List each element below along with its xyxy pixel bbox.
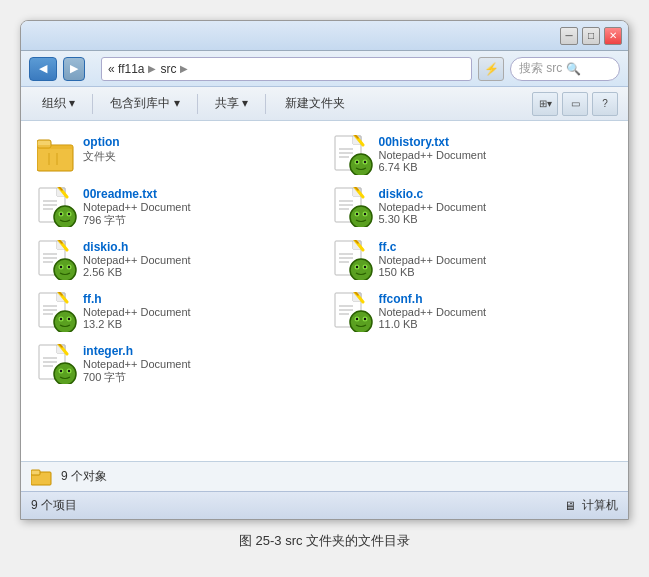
forward-button[interactable]: ▶ <box>63 57 85 81</box>
file-item[interactable]: ff.c Notepad++ Document 150 KB <box>327 236 619 284</box>
file-item[interactable]: 00readme.txt Notepad++ Document 796 字节 <box>31 183 323 232</box>
explorer-window: ─ □ ✕ ◀ ▶ « ff11a ▶ src ▶ ⚡ 搜索 src 🔍 组织 … <box>20 20 629 520</box>
help-button[interactable]: ? <box>592 92 618 116</box>
toolbar-separator-1 <box>92 94 93 114</box>
caption-text: 图 25-3 src 文件夹的文件目录 <box>239 533 410 548</box>
file-type: Notepad++ Document <box>379 201 613 213</box>
file-item[interactable]: option 文件夹 <box>31 131 323 179</box>
item-count-text: 9 个项目 <box>31 497 77 514</box>
toolbar-right: ⊞▾ ▭ ? <box>532 92 618 116</box>
toolbar-separator-2 <box>197 94 198 114</box>
file-size: 6.74 KB <box>379 161 613 173</box>
object-count-bar: 9 个对象 <box>21 461 628 491</box>
svg-point-62 <box>350 259 372 280</box>
back-button[interactable]: ◀ <box>29 57 57 81</box>
file-area: option 文件夹 <box>21 121 628 461</box>
address-bar: ◀ ▶ « ff11a ▶ src ▶ ⚡ 搜索 src 🔍 <box>21 51 628 87</box>
svg-point-14 <box>363 161 365 163</box>
share-button[interactable]: 共享 ▾ <box>204 91 259 117</box>
preview-pane-button[interactable]: ▭ <box>562 92 588 116</box>
file-item[interactable]: ff.h Notepad++ Document 13.2 KB <box>31 288 323 336</box>
file-size: 796 字节 <box>83 213 317 228</box>
svg-point-10 <box>350 154 372 175</box>
view-options-button[interactable]: ⊞▾ <box>532 92 558 116</box>
file-size: 13.2 KB <box>83 318 317 330</box>
close-button[interactable]: ✕ <box>604 27 622 45</box>
file-size: 5.30 KB <box>379 213 613 225</box>
refresh-icon: ⚡ <box>484 62 499 76</box>
npp-document-icon <box>37 292 77 332</box>
path-part-2: src <box>160 62 176 76</box>
file-size: 150 KB <box>379 266 613 278</box>
svg-point-23 <box>54 206 76 227</box>
share-label: 共享 ▾ <box>215 95 248 112</box>
address-path[interactable]: « ff11a ▶ src ▶ <box>101 57 472 81</box>
search-box[interactable]: 搜索 src 🔍 <box>510 57 620 81</box>
file-item[interactable]: integer.h Notepad++ Document 700 字节 <box>31 340 323 389</box>
file-info: integer.h Notepad++ Document 700 字节 <box>83 344 317 385</box>
path-part-1: « ff11a <box>108 62 144 76</box>
npp-document-icon <box>333 240 373 280</box>
view-options-icon: ⊞▾ <box>539 98 552 109</box>
organize-label: 组织 ▾ <box>42 95 75 112</box>
new-folder-button[interactable]: 新建文件夹 <box>272 91 358 117</box>
search-placeholder-text: 搜索 src <box>519 60 562 77</box>
search-icon: 🔍 <box>566 62 581 76</box>
refresh-button[interactable]: ⚡ <box>478 57 504 81</box>
svg-point-53 <box>68 266 70 268</box>
file-name: diskio.c <box>379 187 613 201</box>
minimize-button[interactable]: ─ <box>560 27 578 45</box>
status-bar: 9 个项目 🖥 计算机 <box>21 491 628 519</box>
maximize-button[interactable]: □ <box>582 27 600 45</box>
folder-status-icon <box>31 468 53 486</box>
library-button[interactable]: 包含到库中 ▾ <box>99 91 190 117</box>
npp-document-icon <box>37 240 77 280</box>
file-type: Notepad++ Document <box>379 254 613 266</box>
new-folder-label: 新建文件夹 <box>285 95 345 112</box>
organize-button[interactable]: 组织 ▾ <box>31 91 86 117</box>
file-type: Notepad++ Document <box>379 149 613 161</box>
file-info: diskio.h Notepad++ Document 2.56 KB <box>83 240 317 278</box>
file-name: diskio.h <box>83 240 317 254</box>
preview-pane-icon: ▭ <box>571 98 580 109</box>
file-info: option 文件夹 <box>83 135 317 164</box>
file-size: 11.0 KB <box>379 318 613 330</box>
svg-point-79 <box>68 318 70 320</box>
file-info: 00history.txt Notepad++ Document 6.74 KB <box>379 135 613 173</box>
file-item[interactable]: 00history.txt Notepad++ Document 6.74 KB <box>327 131 619 179</box>
svg-point-40 <box>363 213 365 215</box>
file-item[interactable]: ffconf.h Notepad++ Document 11.0 KB <box>327 288 619 336</box>
svg-point-88 <box>350 311 372 332</box>
svg-rect-110 <box>31 470 40 475</box>
svg-point-104 <box>60 370 62 372</box>
file-name: 00readme.txt <box>83 187 317 201</box>
toolbar-separator-3 <box>265 94 266 114</box>
file-info: diskio.c Notepad++ Document 5.30 KB <box>379 187 613 225</box>
file-type: Notepad++ Document <box>83 358 317 370</box>
svg-point-49 <box>54 259 76 280</box>
title-bar: ─ □ ✕ <box>21 21 628 51</box>
npp-document-icon <box>333 187 373 227</box>
file-name: option <box>83 135 317 149</box>
back-arrow-icon: ◀ <box>39 62 47 75</box>
svg-point-101 <box>54 363 76 384</box>
file-item[interactable]: diskio.h Notepad++ Document 2.56 KB <box>31 236 323 284</box>
svg-point-78 <box>60 318 62 320</box>
title-bar-controls: ─ □ ✕ <box>560 27 622 45</box>
svg-point-105 <box>68 370 70 372</box>
toolbar: 组织 ▾ 包含到库中 ▾ 共享 ▾ 新建文件夹 ⊞▾ ▭ ? <box>21 87 628 121</box>
file-size: 2.56 KB <box>83 266 317 278</box>
svg-point-91 <box>355 318 357 320</box>
svg-rect-2 <box>37 145 73 149</box>
file-name: ff.c <box>379 240 613 254</box>
file-type: Notepad++ Document <box>83 306 317 318</box>
svg-point-75 <box>54 311 76 332</box>
path-separator-1: ▶ <box>148 63 156 74</box>
svg-point-52 <box>60 266 62 268</box>
file-name: integer.h <box>83 344 317 358</box>
file-item[interactable]: diskio.c Notepad++ Document 5.30 KB <box>327 183 619 232</box>
svg-point-92 <box>363 318 365 320</box>
library-label: 包含到库中 ▾ <box>110 95 179 112</box>
svg-point-39 <box>355 213 357 215</box>
npp-document-icon <box>333 292 373 332</box>
